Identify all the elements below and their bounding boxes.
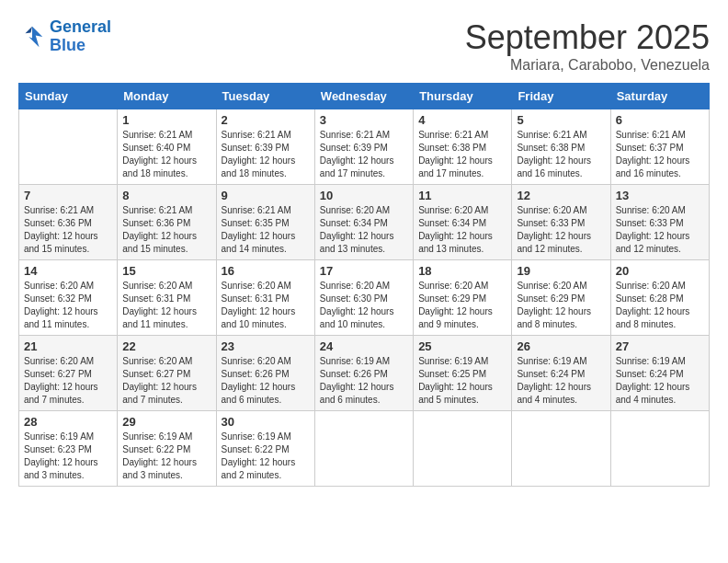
calendar-cell: 16Sunrise: 6:20 AM Sunset: 6:31 PM Dayli…: [216, 260, 314, 336]
day-info: Sunrise: 6:20 AM Sunset: 6:33 PM Dayligh…: [616, 204, 704, 256]
day-number: 27: [616, 339, 704, 353]
calendar-cell: [414, 411, 512, 487]
calendar-cell: 27Sunrise: 6:19 AM Sunset: 6:24 PM Dayli…: [610, 336, 709, 411]
day-info: Sunrise: 6:19 AM Sunset: 6:24 PM Dayligh…: [616, 355, 704, 407]
calendar-cell: 21Sunrise: 6:20 AM Sunset: 6:27 PM Dayli…: [19, 336, 118, 411]
header-row: SundayMondayTuesdayWednesdayThursdayFrid…: [19, 84, 710, 109]
calendar-cell: 7Sunrise: 6:21 AM Sunset: 6:36 PM Daylig…: [19, 185, 118, 260]
column-header-monday: Monday: [118, 84, 216, 109]
day-number: 5: [517, 113, 605, 127]
week-row-3: 14Sunrise: 6:20 AM Sunset: 6:32 PM Dayli…: [19, 260, 710, 336]
calendar-cell: 30Sunrise: 6:19 AM Sunset: 6:22 PM Dayli…: [216, 411, 314, 487]
day-info: Sunrise: 6:20 AM Sunset: 6:34 PM Dayligh…: [320, 204, 408, 256]
day-number: 23: [222, 339, 310, 353]
day-number: 28: [24, 415, 112, 429]
column-header-saturday: Saturday: [610, 84, 709, 109]
day-number: 25: [418, 339, 506, 353]
logo: General Blue: [18, 18, 111, 55]
calendar-cell: [19, 109, 118, 185]
calendar-cell: 22Sunrise: 6:20 AM Sunset: 6:27 PM Dayli…: [118, 336, 216, 411]
day-number: 9: [222, 189, 310, 202]
week-row-5: 28Sunrise: 6:19 AM Sunset: 6:23 PM Dayli…: [19, 411, 710, 487]
day-info: Sunrise: 6:21 AM Sunset: 6:35 PM Dayligh…: [222, 204, 310, 256]
day-info: Sunrise: 6:20 AM Sunset: 6:29 PM Dayligh…: [418, 280, 506, 331]
logo-text: General Blue: [50, 18, 111, 55]
day-number: 11: [418, 189, 506, 202]
calendar-cell: 1Sunrise: 6:21 AM Sunset: 6:40 PM Daylig…: [118, 109, 216, 185]
logo-line2: Blue: [50, 36, 85, 54]
logo-icon: [18, 23, 46, 51]
day-info: Sunrise: 6:20 AM Sunset: 6:29 PM Dayligh…: [517, 280, 605, 331]
day-info: Sunrise: 6:20 AM Sunset: 6:26 PM Dayligh…: [222, 355, 310, 407]
location: Mariara, Carabobo, Venezuela: [465, 57, 710, 74]
calendar-cell: 17Sunrise: 6:20 AM Sunset: 6:30 PM Dayli…: [314, 260, 413, 336]
day-info: Sunrise: 6:19 AM Sunset: 6:25 PM Dayligh…: [418, 355, 506, 407]
column-header-thursday: Thursday: [414, 84, 512, 109]
calendar-cell: 18Sunrise: 6:20 AM Sunset: 6:29 PM Dayli…: [414, 260, 512, 336]
day-number: 8: [122, 189, 210, 202]
page-header: General Blue September 2025 Mariara, Car…: [18, 18, 710, 74]
column-header-sunday: Sunday: [19, 84, 118, 109]
calendar-cell: 29Sunrise: 6:19 AM Sunset: 6:22 PM Dayli…: [118, 411, 216, 487]
calendar-cell: 10Sunrise: 6:20 AM Sunset: 6:34 PM Dayli…: [314, 185, 413, 260]
day-number: 26: [517, 339, 605, 353]
column-header-tuesday: Tuesday: [216, 84, 314, 109]
day-info: Sunrise: 6:20 AM Sunset: 6:32 PM Dayligh…: [24, 280, 112, 331]
day-number: 30: [222, 415, 310, 429]
day-number: 20: [616, 264, 704, 278]
day-info: Sunrise: 6:20 AM Sunset: 6:28 PM Dayligh…: [616, 280, 704, 331]
day-info: Sunrise: 6:21 AM Sunset: 6:38 PM Dayligh…: [517, 129, 605, 180]
day-info: Sunrise: 6:19 AM Sunset: 6:22 PM Dayligh…: [222, 431, 310, 482]
week-row-4: 21Sunrise: 6:20 AM Sunset: 6:27 PM Dayli…: [19, 336, 710, 411]
calendar-cell: 2Sunrise: 6:21 AM Sunset: 6:39 PM Daylig…: [216, 109, 314, 185]
calendar-cell: 9Sunrise: 6:21 AM Sunset: 6:35 PM Daylig…: [216, 185, 314, 260]
day-info: Sunrise: 6:21 AM Sunset: 6:39 PM Dayligh…: [320, 129, 408, 180]
day-info: Sunrise: 6:20 AM Sunset: 6:34 PM Dayligh…: [418, 204, 506, 256]
logo-line1: General: [50, 17, 111, 36]
day-info: Sunrise: 6:20 AM Sunset: 6:31 PM Dayligh…: [222, 280, 310, 331]
calendar-header: SundayMondayTuesdayWednesdayThursdayFrid…: [19, 84, 710, 109]
calendar-table: SundayMondayTuesdayWednesdayThursdayFrid…: [18, 83, 710, 487]
calendar-cell: 19Sunrise: 6:20 AM Sunset: 6:29 PM Dayli…: [512, 260, 610, 336]
day-number: 24: [320, 339, 408, 353]
day-info: Sunrise: 6:21 AM Sunset: 6:38 PM Dayligh…: [418, 129, 506, 180]
day-number: 3: [320, 113, 408, 127]
column-header-friday: Friday: [512, 84, 610, 109]
day-number: 18: [418, 264, 506, 278]
calendar-cell: 28Sunrise: 6:19 AM Sunset: 6:23 PM Dayli…: [19, 411, 118, 487]
month-title: September 2025: [465, 18, 710, 57]
day-info: Sunrise: 6:21 AM Sunset: 6:39 PM Dayligh…: [222, 129, 310, 180]
day-number: 2: [222, 113, 310, 127]
calendar-cell: 14Sunrise: 6:20 AM Sunset: 6:32 PM Dayli…: [19, 260, 118, 336]
day-number: 4: [418, 113, 506, 127]
day-number: 19: [517, 264, 605, 278]
day-number: 22: [122, 339, 210, 353]
day-info: Sunrise: 6:19 AM Sunset: 6:26 PM Dayligh…: [320, 355, 408, 407]
day-info: Sunrise: 6:21 AM Sunset: 6:36 PM Dayligh…: [122, 204, 210, 256]
week-row-2: 7Sunrise: 6:21 AM Sunset: 6:36 PM Daylig…: [19, 185, 710, 260]
day-info: Sunrise: 6:20 AM Sunset: 6:30 PM Dayligh…: [320, 280, 408, 331]
day-info: Sunrise: 6:19 AM Sunset: 6:23 PM Dayligh…: [24, 431, 112, 482]
calendar-cell: 20Sunrise: 6:20 AM Sunset: 6:28 PM Dayli…: [610, 260, 709, 336]
day-number: 15: [122, 264, 210, 278]
day-number: 16: [222, 264, 310, 278]
calendar-body: 1Sunrise: 6:21 AM Sunset: 6:40 PM Daylig…: [19, 109, 710, 487]
calendar-cell: 4Sunrise: 6:21 AM Sunset: 6:38 PM Daylig…: [414, 109, 512, 185]
calendar-cell: 6Sunrise: 6:21 AM Sunset: 6:37 PM Daylig…: [610, 109, 709, 185]
day-info: Sunrise: 6:20 AM Sunset: 6:31 PM Dayligh…: [122, 280, 210, 331]
calendar-cell: 5Sunrise: 6:21 AM Sunset: 6:38 PM Daylig…: [512, 109, 610, 185]
calendar-cell: 11Sunrise: 6:20 AM Sunset: 6:34 PM Dayli…: [414, 185, 512, 260]
calendar-cell: [314, 411, 413, 487]
day-number: 6: [616, 113, 704, 127]
day-number: 21: [24, 339, 112, 353]
day-number: 10: [320, 189, 408, 202]
calendar-cell: 8Sunrise: 6:21 AM Sunset: 6:36 PM Daylig…: [118, 185, 216, 260]
day-info: Sunrise: 6:21 AM Sunset: 6:36 PM Dayligh…: [24, 204, 112, 256]
day-info: Sunrise: 6:20 AM Sunset: 6:33 PM Dayligh…: [517, 204, 605, 256]
day-number: 12: [517, 189, 605, 202]
calendar-cell: [512, 411, 610, 487]
calendar-cell: 3Sunrise: 6:21 AM Sunset: 6:39 PM Daylig…: [314, 109, 413, 185]
day-number: 29: [122, 415, 210, 429]
week-row-1: 1Sunrise: 6:21 AM Sunset: 6:40 PM Daylig…: [19, 109, 710, 185]
day-number: 1: [122, 113, 210, 127]
